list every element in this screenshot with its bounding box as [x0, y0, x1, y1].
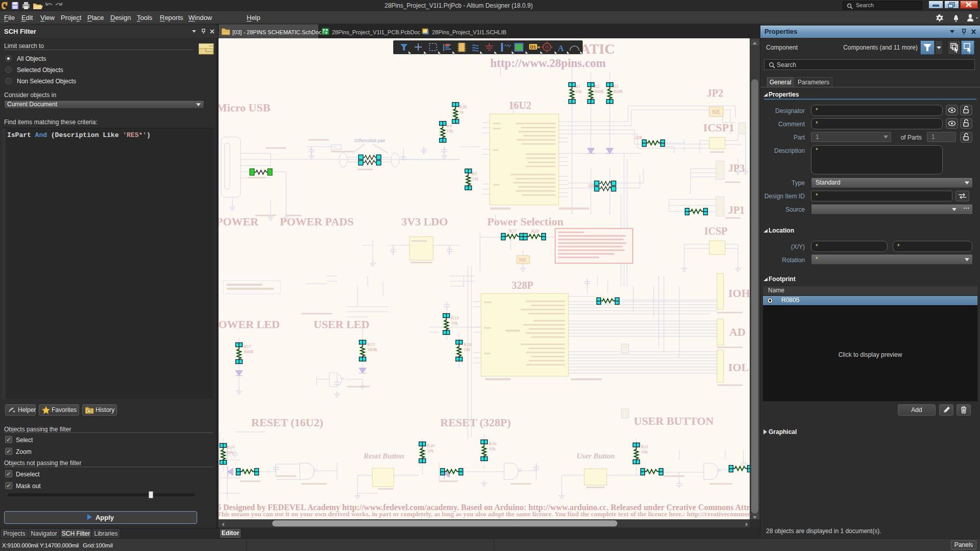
svg-text:10k: 10k: [446, 128, 453, 133]
svg-text:RESET (328P): RESET (328P): [440, 416, 511, 429]
svg-text:R17: R17: [244, 344, 252, 349]
svg-text:R27: R27: [509, 228, 517, 234]
svg-text:A: A: [558, 43, 564, 53]
svg-text:R15: R15: [367, 342, 375, 347]
svg-text:IOH: IOH: [728, 287, 750, 300]
svg-text:22R: 22R: [635, 135, 642, 140]
svg-text:R18: R18: [464, 342, 472, 347]
svg-text:R5: R5: [472, 171, 477, 176]
svg-text:USER BUTTON: USER BUTTON: [634, 415, 714, 427]
svg-text:R14: R14: [451, 315, 459, 320]
svg-text:POWER LED: POWER LED: [219, 318, 280, 331]
svg-text:http://www.28pins.com: http://www.28pins.com: [490, 57, 606, 70]
svg-text:AD: AD: [729, 326, 746, 338]
svg-text:Micro USB: Micro USB: [219, 101, 271, 114]
svg-text:10k: 10k: [427, 448, 434, 453]
svg-text:R16: R16: [489, 441, 497, 446]
svg-text:USER LED: USER LED: [314, 318, 369, 331]
svg-text:R2: R2: [594, 84, 600, 89]
svg-text:R26: R26: [459, 104, 467, 109]
svg-text:1M: 1M: [464, 347, 470, 352]
svg-text:JP1: JP1: [728, 204, 745, 216]
svg-text:NE: NE: [712, 108, 720, 116]
svg-text:360R: 360R: [367, 347, 377, 352]
svg-text:JP3: JP3: [728, 163, 745, 174]
svg-text:3V3 LDO: 3V3 LDO: [401, 215, 448, 228]
svg-text:R21: R21: [641, 444, 649, 449]
svg-text:1k: 1k: [459, 109, 464, 114]
svg-text:RESET (16U2): RESET (16U2): [251, 416, 323, 429]
svg-text:D1: D1: [530, 44, 536, 50]
svg-text:10k: 10k: [451, 320, 458, 326]
svg-text:NE: NE: [519, 257, 527, 263]
svg-text:R19: R19: [227, 445, 235, 450]
svg-text:ICSP1: ICSP1: [703, 121, 734, 134]
svg-text:JP2: JP2: [707, 87, 723, 99]
svg-text:IOL: IOL: [728, 361, 749, 374]
svg-text:Power Selection: Power Selection: [487, 215, 563, 228]
svg-text:Differential pair: Differential pair: [354, 138, 385, 143]
svg-text:POWER: POWER: [219, 215, 259, 228]
svg-text:R1: R1: [575, 84, 581, 89]
svg-text:Reset Button: Reset Button: [363, 452, 404, 460]
svg-text:360R: 360R: [613, 89, 623, 94]
svg-text:10k: 10k: [489, 446, 496, 451]
svg-text:ATIC: ATIC: [580, 41, 615, 57]
svg-text:ICSP: ICSP: [704, 225, 728, 237]
svg-text:POWER PADS: POWER PADS: [280, 215, 353, 228]
svg-text:1M: 1M: [472, 176, 479, 181]
svg-text:This means you can use it on y: This means you can use it on your own de…: [219, 510, 750, 518]
svg-text:R3: R3: [613, 84, 618, 89]
svg-text:10k: 10k: [227, 450, 234, 455]
svg-text:16U2: 16U2: [509, 100, 531, 111]
svg-text:328P: 328P: [512, 280, 533, 291]
svg-text:User Button: User Button: [577, 452, 615, 460]
svg-text:R20: R20: [427, 443, 435, 448]
svg-text:R28: R28: [531, 228, 539, 234]
svg-text:360R: 360R: [594, 89, 604, 94]
svg-text:360R: 360R: [244, 349, 254, 354]
svg-text:R4: R4: [446, 123, 452, 128]
svg-text:10k: 10k: [641, 449, 648, 454]
